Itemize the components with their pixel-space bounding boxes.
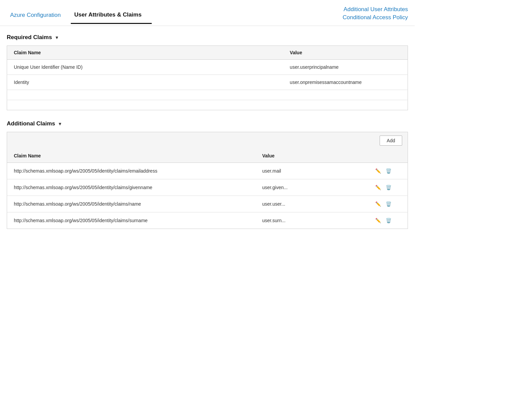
delete-claim-button[interactable]: 🗑️ (385, 184, 392, 191)
tab-conditional-access[interactable]: Conditional Access Policy (343, 14, 408, 21)
required-claims-col-name: Claim Name (7, 46, 283, 60)
additional-claim-name: http://schemas.xmlsoap.org/ws/2005/05/id… (7, 196, 256, 212)
tab-user-attributes[interactable]: User Attributes & Claims (71, 8, 152, 24)
delete-claim-button[interactable]: 🗑️ (385, 217, 392, 224)
required-claim-value: user.userprincipalname (283, 60, 408, 75)
additional-claim-value: user.user... (256, 196, 368, 212)
additional-claims-header-row: Claim Name Value (7, 149, 408, 163)
delete-claim-button[interactable]: 🗑️ (385, 201, 392, 207)
edit-claim-button[interactable]: ✏️ (375, 217, 382, 224)
required-claims-col-value: Value (283, 46, 408, 60)
additional-claim-name: http://schemas.xmlsoap.org/ws/2005/05/id… (7, 179, 256, 196)
required-claims-chevron[interactable]: ▼ (55, 35, 59, 40)
add-claim-button[interactable]: Add (380, 136, 402, 146)
additional-claims-col-name: Claim Name (7, 149, 256, 163)
edit-claim-button[interactable]: ✏️ (375, 168, 382, 174)
delete-claim-button[interactable]: 🗑️ (385, 168, 392, 174)
required-claim-empty-row (7, 100, 408, 110)
required-claim-name: Unique User Identifier (Name ID) (7, 60, 283, 75)
required-claim-row: Unique User Identifier (Name ID) user.us… (7, 60, 408, 75)
empty-cell (7, 90, 408, 100)
required-claims-title: Required Claims (7, 34, 52, 41)
additional-claim-actions: ✏️ 🗑️ (368, 163, 408, 179)
additional-claim-name: http://schemas.xmlsoap.org/ws/2005/05/id… (7, 163, 256, 179)
tab-additional-user-attributes[interactable]: Additional User Attributes (344, 6, 408, 13)
additional-claim-actions: ✏️ 🗑️ (368, 196, 408, 212)
tab-azure-configuration[interactable]: Azure Configuration (7, 8, 71, 23)
additional-claim-row: http://schemas.xmlsoap.org/ws/2005/05/id… (7, 196, 408, 212)
additional-claims-col-value: Value (256, 149, 368, 163)
required-claim-value: user.onpremisessamaccountname (283, 75, 408, 90)
additional-claims-table: Claim Name Value http://schemas.xmlsoap.… (7, 149, 408, 229)
required-claims-table: Claim Name Value Unique User Identifier … (7, 46, 408, 110)
edit-claim-button[interactable]: ✏️ (375, 201, 382, 207)
additional-claim-value: user.surn... (256, 212, 368, 229)
additional-claim-row: http://schemas.xmlsoap.org/ws/2005/05/id… (7, 163, 408, 179)
additional-claims-section-header: Additional Claims ▼ (7, 120, 408, 127)
additional-claims-toolbar: Add (7, 132, 408, 149)
additional-claims-chevron[interactable]: ▼ (58, 121, 62, 126)
empty-cell (7, 100, 408, 110)
additional-claim-row: http://schemas.xmlsoap.org/ws/2005/05/id… (7, 179, 408, 196)
required-claims-section-header: Required Claims ▼ (7, 34, 408, 41)
additional-claim-value: user.mail (256, 163, 368, 179)
main-content: Required Claims ▼ Claim Name Value Uniqu… (0, 26, 415, 247)
additional-claim-actions: ✏️ 🗑️ (368, 179, 408, 196)
required-claim-row: Identity user.onpremisessamaccountname (7, 75, 408, 90)
edit-claim-button[interactable]: ✏️ (375, 184, 382, 191)
additional-claim-value: user.given... (256, 179, 368, 196)
additional-claim-row: http://schemas.xmlsoap.org/ws/2005/05/id… (7, 212, 408, 229)
navigation-tabs: Azure Configuration User Attributes & Cl… (0, 0, 415, 26)
required-claim-name: Identity (7, 75, 283, 90)
required-claims-header-row: Claim Name Value (7, 46, 408, 60)
required-claim-empty-row (7, 90, 408, 100)
additional-claim-name: http://schemas.xmlsoap.org/ws/2005/05/id… (7, 212, 256, 229)
right-nav-links: Additional User Attributes Conditional A… (343, 6, 408, 26)
additional-claims-title: Additional Claims (7, 120, 55, 127)
additional-claims-col-actions (368, 149, 408, 163)
additional-claim-actions: ✏️ 🗑️ (368, 212, 408, 229)
